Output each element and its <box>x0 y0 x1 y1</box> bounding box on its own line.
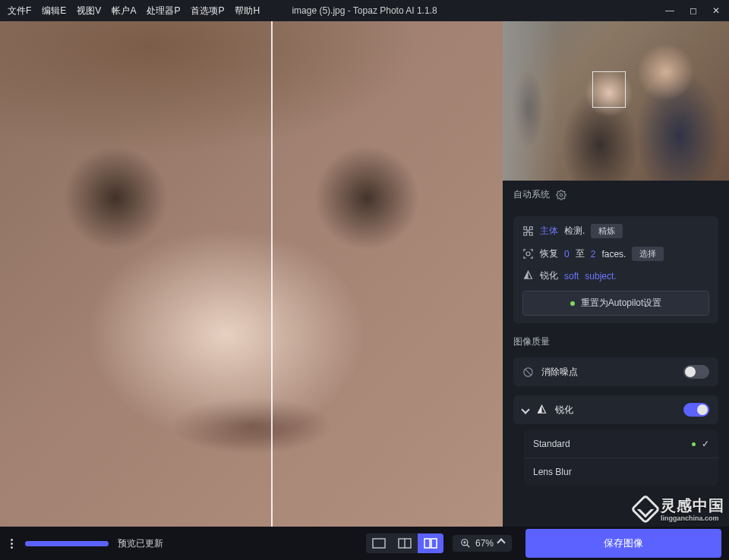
sharpen-options: Standard ✓ Lens Blur <box>524 430 718 486</box>
svg-point-0 <box>560 193 563 197</box>
autopilot-header: 自动系统 <box>513 188 550 201</box>
subject-row: 主体 检测. 精炼 <box>522 224 709 238</box>
svg-rect-12 <box>431 539 437 548</box>
quality-header-label: 图像质量 <box>513 335 550 348</box>
denoise-panel[interactable]: 消除噪点 <box>513 357 718 386</box>
denoise-label: 消除噪点 <box>541 366 578 379</box>
autopilot-card: 主体 检测. 精炼 恢复 0 至 2 faces. 选择 锐化 soft <box>513 216 718 323</box>
status-dot-icon <box>570 301 575 306</box>
zoom-value: 67% <box>475 538 494 549</box>
sharpen-panel-icon <box>536 404 548 416</box>
svg-rect-4 <box>529 232 532 235</box>
check-icon: ✓ <box>702 439 709 449</box>
menu-edit[interactable]: 编辑E <box>40 3 68 19</box>
svg-point-6 <box>526 252 530 256</box>
title-bar: 文件F 编辑E 视图V 帐户A 处理器P 首选项P 帮助H image (5).… <box>0 0 729 21</box>
sharpen-option-lensblur[interactable]: Lens Blur <box>524 458 718 486</box>
minimize-icon[interactable]: — <box>665 5 674 16</box>
sharpen-option-standard[interactable]: Standard ✓ <box>524 430 718 458</box>
close-icon[interactable]: ✕ <box>712 5 720 16</box>
menu-processor[interactable]: 处理器P <box>145 3 181 19</box>
recover-text-b: 至 <box>576 247 585 260</box>
autopilot-section: 自动系统 <box>503 181 729 210</box>
select-faces-button[interactable]: 选择 <box>632 247 664 261</box>
status-text: 预览已更新 <box>118 537 163 550</box>
option-label: Standard <box>533 439 570 449</box>
subject-icon <box>522 225 534 237</box>
navigator-thumbnail[interactable] <box>503 21 729 181</box>
svg-rect-3 <box>524 232 527 235</box>
window-title: image (5).jpg - Topaz Photo AI 1.1.8 <box>292 5 437 16</box>
image-quality-header: 图像质量 <box>503 329 729 353</box>
save-image-button[interactable]: 保存图像 <box>525 529 721 558</box>
window-controls: — ◻ ✕ <box>665 5 723 16</box>
svg-point-5 <box>527 230 529 232</box>
view-single-button[interactable] <box>366 533 392 553</box>
reset-autopilot-label: 重置为Autopilot设置 <box>581 297 662 310</box>
menu-file[interactable]: 文件F <box>6 3 33 19</box>
compare-divider[interactable] <box>271 21 273 527</box>
recover-text-c: faces. <box>601 249 626 260</box>
preview-image <box>0 21 503 527</box>
menu-account[interactable]: 帐户A <box>110 3 137 19</box>
active-dot-icon <box>692 442 696 446</box>
denoise-icon <box>522 367 534 378</box>
sharpen-toggle[interactable] <box>683 403 709 417</box>
chevron-up-icon <box>497 538 505 546</box>
view-side-button[interactable] <box>418 533 443 553</box>
subject-label: 主体 <box>540 225 558 238</box>
menu-help[interactable]: 帮助H <box>233 3 261 19</box>
subject-suffix: 检测. <box>564 225 585 238</box>
menu-view[interactable]: 视图V <box>75 3 103 19</box>
svg-line-14 <box>467 545 470 548</box>
svg-rect-1 <box>524 227 527 230</box>
more-menu-icon[interactable] <box>8 536 16 552</box>
sharpen-icon <box>522 270 534 282</box>
sharpen-label: 锐化 <box>555 404 573 417</box>
gear-icon[interactable] <box>556 190 566 200</box>
progress-bar <box>25 541 109 546</box>
chevron-down-icon <box>521 405 529 414</box>
view-split-button[interactable] <box>392 533 418 553</box>
menu-preferences[interactable]: 首选项P <box>189 3 226 19</box>
sharpen-mode: soft <box>564 271 579 282</box>
preview-area[interactable] <box>0 21 503 527</box>
sharpen-panel[interactable]: 锐化 <box>513 395 718 424</box>
view-mode-group <box>366 533 443 553</box>
sharpen-info-row: 锐化 soft subject. <box>522 269 709 282</box>
svg-rect-8 <box>373 539 385 548</box>
denoise-toggle[interactable] <box>683 365 709 379</box>
face-icon <box>522 248 534 260</box>
recover-faces-row: 恢复 0 至 2 faces. 选择 <box>522 247 709 261</box>
svg-rect-11 <box>424 539 430 548</box>
menu-bar: 文件F 编辑E 视图V 帐户A 处理器P 首选项P 帮助H <box>6 3 261 19</box>
face-detect-rect[interactable] <box>592 71 626 108</box>
refine-subject-button[interactable]: 精炼 <box>591 224 623 238</box>
maximize-icon[interactable]: ◻ <box>690 5 697 16</box>
zoom-icon <box>460 538 471 549</box>
recover-count-a: 0 <box>564 249 570 260</box>
option-label: Lens Blur <box>533 467 572 477</box>
sharpen-prefix: 锐化 <box>540 269 558 282</box>
recover-text-a: 恢复 <box>540 247 558 260</box>
footer-bar: 预览已更新 67% 保存图像 <box>0 527 729 560</box>
reset-autopilot-button[interactable]: 重置为Autopilot设置 <box>522 291 709 316</box>
recover-count-b: 2 <box>591 249 596 260</box>
sharpen-target: subject. <box>585 271 616 282</box>
right-panel: 自动系统 主体 检测. 精炼 恢复 0 至 2 faces. <box>503 21 729 527</box>
svg-rect-2 <box>529 227 532 230</box>
zoom-control[interactable]: 67% <box>453 535 512 552</box>
